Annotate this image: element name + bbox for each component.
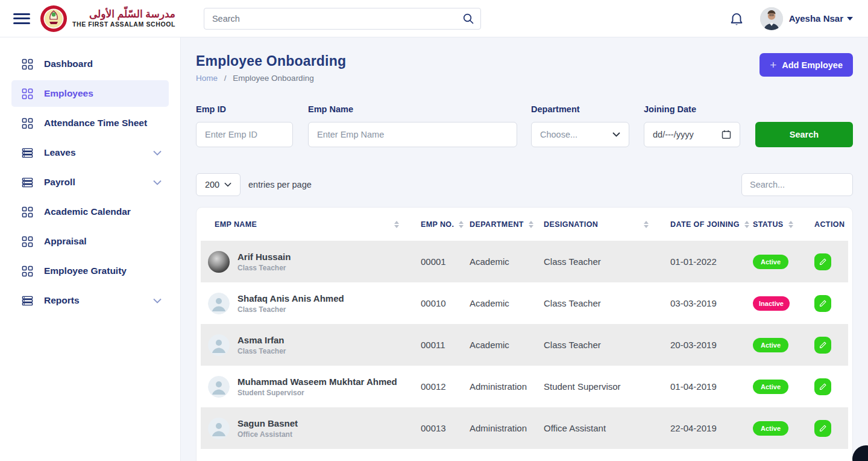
chevron-down-icon — [224, 182, 231, 187]
employee-avatar — [208, 334, 230, 356]
table-header-row: EMP NAME EMP NO. DEPARTMENT DESIGNATION … — [201, 208, 848, 241]
column-header-emp-name[interactable]: EMP NAME — [201, 220, 421, 229]
column-header-status[interactable]: STATUS — [753, 220, 814, 229]
sidebar: Dashboard Employees Attendance Time Shee… — [0, 37, 181, 461]
hamburger-menu-icon[interactable] — [13, 10, 30, 27]
table-row: Muhammad Waseem Mukhtar Ahmed Student Su… — [201, 366, 848, 407]
chevron-down-icon — [153, 180, 162, 185]
pencil-icon — [819, 424, 827, 433]
search-button[interactable]: Search — [755, 122, 853, 147]
status-badge: Active — [753, 255, 788, 269]
global-search-input[interactable] — [204, 8, 481, 30]
plus-icon: + — [770, 59, 776, 72]
sort-icon[interactable] — [529, 221, 533, 228]
person-placeholder-icon — [208, 418, 230, 439]
table-row: Sagun Basnet Office Assistant 00013 Admi… — [201, 407, 848, 449]
joining-date-label: Joining Date — [644, 104, 740, 114]
sidebar-item-dashboard[interactable]: Dashboard — [11, 51, 169, 77]
sidebar-item-employees[interactable]: Employees — [11, 80, 169, 107]
emp-id-input[interactable] — [196, 122, 293, 147]
department-select[interactable]: Choose... — [531, 122, 629, 147]
main-content: Employee Onboarding Home / Employee Onbo… — [181, 37, 868, 461]
sort-icon[interactable] — [788, 221, 793, 228]
sidebar-item-appraisal[interactable]: Appraisal — [11, 228, 169, 255]
user-menu[interactable]: Ayesha Nsar — [760, 7, 853, 30]
person-placeholder-icon — [208, 293, 230, 314]
breadcrumb-home-link[interactable]: Home — [196, 74, 218, 83]
school-name-arabic: مدرسة السّلّم الأولى — [72, 9, 175, 20]
global-search — [204, 8, 481, 30]
breadcrumb: Home / Employee Onboarding — [196, 74, 346, 83]
department-label: Department — [531, 104, 629, 114]
employee-avatar — [208, 376, 230, 398]
notification-bell-icon[interactable] — [729, 11, 744, 27]
grid-icon — [22, 206, 33, 218]
edit-button[interactable] — [814, 253, 831, 270]
employee-avatar — [208, 251, 230, 273]
person-placeholder-icon — [208, 376, 230, 398]
employee-avatar — [208, 418, 230, 439]
joining-date-input[interactable]: dd/---/yyyy — [644, 122, 740, 147]
sidebar-item-reports[interactable]: Reports — [11, 287, 169, 314]
sidebar-item-academic-calendar[interactable]: Academic Calendar — [11, 199, 169, 225]
chevron-down-icon — [847, 17, 853, 21]
grid-icon — [22, 236, 33, 247]
employee-avatar — [208, 293, 230, 314]
sort-icon[interactable] — [744, 221, 749, 228]
add-employee-button[interactable]: + Add Employee — [760, 53, 853, 77]
column-header-department[interactable]: DEPARTMENT — [470, 220, 544, 229]
grid-icon — [22, 59, 33, 70]
pencil-icon — [819, 299, 827, 308]
list-icon — [22, 147, 33, 159]
table-row: Shafaq Anis Anis Ahmed Class Teacher 000… — [201, 282, 848, 324]
breadcrumb-current: Employee Onboarding — [233, 74, 313, 83]
table-row: Arif Hussain Class Teacher 00001 Academi… — [201, 241, 848, 282]
sort-icon[interactable] — [459, 221, 464, 228]
edit-button[interactable] — [814, 420, 831, 437]
person-placeholder-icon — [208, 334, 230, 356]
status-badge: Active — [753, 338, 788, 352]
page-title: Employee Onboarding — [196, 53, 346, 69]
pencil-icon — [819, 383, 827, 391]
sidebar-item-payroll[interactable]: Payroll — [11, 169, 169, 196]
sidebar-item-employee-gratuity[interactable]: Employee Gratuity — [11, 258, 169, 284]
emp-id-label: Emp ID — [196, 104, 293, 114]
school-logo[interactable]: مدرسة السّلّم الأولى THE FIRST ASSALAM S… — [40, 5, 175, 33]
user-name: Ayesha Nsar — [789, 13, 843, 24]
column-header-designation[interactable]: DESIGNATION — [544, 220, 670, 229]
edit-button[interactable] — [814, 295, 831, 312]
sidebar-item-leaves[interactable]: Leaves — [11, 139, 169, 166]
search-icon[interactable] — [462, 13, 474, 25]
status-badge: Active — [753, 421, 788, 436]
school-name-english: THE FIRST ASSALAM SCHOOL — [72, 21, 175, 28]
pencil-icon — [819, 258, 827, 266]
filter-bar: Emp ID Emp Name Department Choose... Joi… — [196, 104, 853, 147]
status-badge: Active — [753, 380, 788, 394]
sort-icon[interactable] — [394, 221, 399, 228]
emp-name-label: Emp Name — [308, 104, 517, 114]
edit-button[interactable] — [814, 337, 831, 354]
sidebar-item-attendance-time-sheet[interactable]: Attendance Time Sheet — [11, 110, 169, 136]
pencil-icon — [819, 341, 827, 349]
calendar-icon — [722, 130, 731, 139]
top-bar: مدرسة السّلّم الأولى THE FIRST ASSALAM S… — [0, 0, 868, 37]
table-search-input[interactable] — [741, 173, 853, 196]
chevron-down-icon — [612, 132, 620, 137]
table-row: Asma Irfan Class Teacher 00011 Academic … — [201, 324, 848, 366]
entries-per-page-label: entries per page — [248, 180, 312, 189]
list-icon — [22, 295, 33, 307]
entries-per-page-select[interactable]: 200 — [196, 173, 241, 196]
column-header-emp-no[interactable]: EMP NO. — [421, 220, 470, 229]
list-icon — [22, 177, 33, 188]
edit-button[interactable] — [814, 378, 831, 395]
chevron-down-icon — [153, 150, 162, 156]
sort-icon[interactable] — [644, 221, 649, 228]
column-header-action[interactable]: ACTION — [814, 220, 848, 229]
chevron-down-icon — [153, 298, 162, 304]
user-avatar — [760, 7, 783, 30]
emp-name-input[interactable] — [308, 122, 517, 147]
employee-table: EMP NAME EMP NO. DEPARTMENT DESIGNATION … — [196, 207, 853, 461]
grid-icon — [22, 265, 33, 277]
grid-icon — [22, 88, 33, 100]
column-header-date-of-joining[interactable]: DATE OF JOINING — [670, 220, 753, 229]
